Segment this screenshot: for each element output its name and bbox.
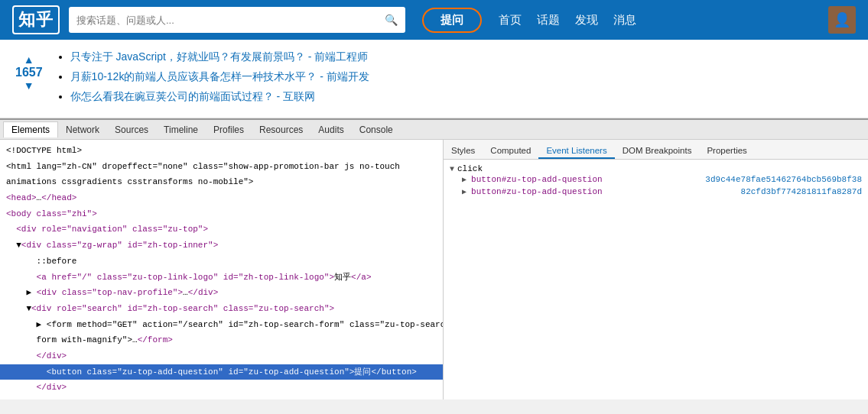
- dom-line[interactable]: animations cssgradients csstransforms no…: [0, 174, 443, 190]
- right-panel-content: ▼click ▶ button#zu-top-add-question 3d9c…: [444, 160, 868, 205]
- list-item: 你怎么看我在豌豆荚公司的前端面试过程？ - 互联网: [70, 90, 369, 104]
- dom-line[interactable]: <a href="/" class="zu-top-link-logo" id=…: [0, 270, 443, 286]
- list-item: 只专注于 JavaScript，好就业吗？有发展前景吗？ - 前端工程师: [70, 50, 369, 64]
- event-item-arrow: ▶: [462, 175, 467, 184]
- right-tab-dom-breakpoints[interactable]: DOM Breakpoints: [615, 144, 700, 159]
- devtools-tab-console[interactable]: Console: [352, 122, 401, 137]
- event-header[interactable]: ▼click: [450, 164, 862, 173]
- dom-line[interactable]: ▼<div role="search" id="zh-top-search" c…: [0, 301, 443, 317]
- ask-button[interactable]: 提问: [422, 8, 482, 33]
- dom-line[interactable]: <!DOCTYPE html>: [0, 143, 443, 159]
- devtools-tab-elements[interactable]: Elements: [3, 121, 58, 137]
- event-link[interactable]: 3d9c44e78fae51462764bcb569b8f38: [705, 175, 862, 184]
- devtools-tab-bar: ElementsNetworkSourcesTimelineProfilesRe…: [0, 120, 868, 140]
- dom-line[interactable]: <html lang="zh-CN" dropeffect="none" cla…: [0, 159, 443, 175]
- content-link[interactable]: 只专注于 JavaScript，好就业吗？有发展前景吗？ - 前端工程师: [70, 50, 369, 63]
- nav-topics[interactable]: 话题: [537, 13, 560, 27]
- list-item: 月薪10-12k的前端人员应该具备怎样一种技术水平？ - 前端开发: [70, 70, 369, 84]
- right-tab-event-listeners[interactable]: Event Listeners: [538, 144, 614, 159]
- right-tab-styles[interactable]: Styles: [444, 144, 483, 159]
- event-item-arrow: ▶: [462, 187, 467, 196]
- search-input[interactable]: [76, 15, 385, 26]
- dom-line[interactable]: <div role="navigation" class="zu-top">: [0, 222, 443, 238]
- search-icon[interactable]: 🔍: [385, 14, 398, 26]
- event-item: ▶ button#zu-top-add-question 82cfd3bf774…: [450, 186, 862, 198]
- devtools-tab-audits[interactable]: Audits: [310, 122, 351, 137]
- content-area: ▲ 1657 ▼ 只专注于 JavaScript，好就业吗？有发展前景吗？ - …: [0, 40, 868, 118]
- event-name-label: click: [457, 164, 483, 173]
- score-number: 1657: [15, 66, 43, 79]
- dom-line[interactable]: </div>: [0, 348, 443, 364]
- right-panel: StylesComputedEvent ListenersDOM Breakpo…: [444, 140, 868, 399]
- nav-discover[interactable]: 发现: [575, 13, 598, 27]
- right-tab-properties[interactable]: Properties: [699, 144, 754, 159]
- devtools-tab-timeline[interactable]: Timeline: [156, 122, 206, 137]
- site-logo[interactable]: 知乎: [12, 5, 60, 34]
- dom-line[interactable]: ▼<div class="zg-wrap" id="zh-top-inner">: [0, 238, 443, 254]
- dom-line[interactable]: ▶ <div class="top-nav-profile">…</div>: [0, 285, 443, 301]
- dom-line[interactable]: <body class="zhi">: [0, 206, 443, 222]
- devtools-tab-resources[interactable]: Resources: [252, 122, 310, 137]
- devtools-tab-sources[interactable]: Sources: [107, 122, 156, 137]
- dom-panel[interactable]: <!DOCTYPE html><html lang="zh-CN" dropef…: [0, 140, 444, 399]
- dom-line[interactable]: ▶ <div id="zg-top-nav" class="zu-top-nav…: [0, 396, 443, 399]
- devtools-tab-network[interactable]: Network: [58, 122, 107, 137]
- devtools-tab-profiles[interactable]: Profiles: [206, 122, 252, 137]
- vote-up-icon[interactable]: ▲: [24, 53, 34, 66]
- event-arrow-icon: ▼: [450, 165, 454, 173]
- event-section: ▼click ▶ button#zu-top-add-question 3d9c…: [450, 164, 862, 198]
- dom-line[interactable]: ::before: [0, 254, 443, 270]
- content-link[interactable]: 月薪10-12k的前端人员应该具备怎样一种技术水平？ - 前端开发: [70, 70, 369, 82]
- event-item: ▶ button#zu-top-add-question 3d9c44e78fa…: [450, 173, 862, 186]
- score-box: ▲ 1657 ▼: [15, 53, 43, 92]
- dom-line[interactable]: form with-magnify">…</form>: [0, 332, 443, 348]
- dom-line[interactable]: </div>: [0, 380, 443, 396]
- search-bar: 🔍: [69, 7, 405, 33]
- devtools: ElementsNetworkSourcesTimelineProfilesRe…: [0, 118, 868, 399]
- devtools-body: <!DOCTYPE html><html lang="zh-CN" dropef…: [0, 140, 868, 399]
- dom-line[interactable]: <button class="zu-top-add-question" id="…: [0, 364, 443, 380]
- nav-home[interactable]: 首页: [499, 13, 522, 27]
- dom-line[interactable]: ▶ <form method="GET" action="/search" id…: [0, 317, 443, 333]
- dom-line[interactable]: <head>…</head>: [0, 190, 443, 206]
- links-list: 只专注于 JavaScript，好就业吗？有发展前景吗？ - 前端工程师月薪10…: [55, 50, 369, 110]
- nav-links: 首页 话题 发现 消息: [499, 13, 636, 27]
- event-selector: button#zu-top-add-question: [471, 187, 603, 196]
- right-tab-computed[interactable]: Computed: [483, 144, 538, 159]
- nav-messages[interactable]: 消息: [613, 13, 636, 27]
- event-selector: button#zu-top-add-question: [471, 175, 603, 184]
- event-link[interactable]: 82cfd3bf774281811fa8287d: [741, 187, 862, 196]
- top-navbar: 知乎 🔍 提问 首页 话题 发现 消息 👤: [0, 0, 868, 40]
- right-panel-tabs: StylesComputedEvent ListenersDOM Breakpo…: [444, 140, 868, 160]
- vote-down-icon[interactable]: ▼: [24, 79, 34, 92]
- avatar[interactable]: 👤: [828, 6, 856, 34]
- content-link[interactable]: 你怎么看我在豌豆荚公司的前端面试过程？ - 互联网: [70, 90, 315, 102]
